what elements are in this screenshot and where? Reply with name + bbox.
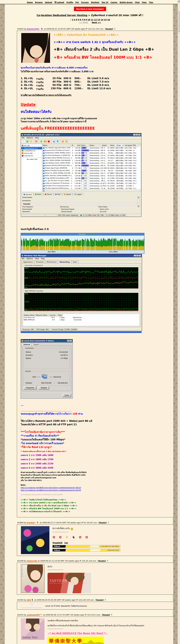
nav-link[interactable]: Home bbox=[27, 1, 33, 3]
filter-item[interactable]: Active (18) bbox=[21, 152, 42, 154]
page-number[interactable]: 12 bbox=[94, 18, 97, 21]
treadmill-link[interactable]: Treadmill bbox=[52, 542, 62, 544]
page-number[interactable]: 7 bbox=[82, 18, 83, 21]
torrent-row[interactable]: ↓All.About.Steve.DVDRip.XviD-Larc... 1..… bbox=[42, 157, 141, 159]
help-icon[interactable]: ? bbox=[67, 340, 70, 342]
horizontal-scrollbar[interactable]: ◄ bbox=[42, 190, 141, 192]
detail-tab[interactable]: Logger bbox=[73, 193, 84, 196]
torrent-row[interactable]: ↓Where.The.Wild.Things.Are.DVDS... 3 701… bbox=[42, 169, 141, 172]
col-peers[interactable]: Peers bbox=[107, 144, 115, 146]
nav-link[interactable]: Pet bbox=[76, 1, 79, 3]
page-scrollbar[interactable]: ▲ ▼ bbox=[178, 0, 180, 644]
adapter-row[interactable]: Local Area Con...78 %2 GbpsOperational bbox=[23, 316, 140, 319]
topic-link-2[interactable]: http://cz.podzone.net:88/forums.php?acti… bbox=[21, 489, 171, 492]
col-up[interactable]: Up Speed bbox=[124, 144, 132, 146]
nav-link[interactable]: Battle Arena bbox=[120, 1, 132, 3]
nav-link[interactable]: Forums bbox=[81, 1, 89, 3]
upvote-arrow-icon[interactable]: ⇧ bbox=[104, 598, 106, 601]
detail-scrollbar[interactable]: ▲▼ bbox=[138, 196, 140, 207]
detail-tab[interactable]: Speed bbox=[62, 193, 72, 196]
tab-general[interactable]: General bbox=[22, 343, 32, 346]
quote-link[interactable]: [Quote] bbox=[98, 560, 106, 562]
taskman-titlebar[interactable]: ▦ Windows Task Manager _□✕ bbox=[21, 254, 142, 257]
username-link[interactable]: suebsakul99 bbox=[27, 614, 40, 616]
page-number[interactable]: 5 bbox=[78, 18, 79, 21]
maximize-icon[interactable]: □ bbox=[136, 134, 138, 136]
torrent-row[interactable]: ↓G.I. Joe The Rise of Cobra (2009)... 1.… bbox=[42, 180, 141, 182]
menu-item[interactable]: Options bbox=[26, 137, 33, 139]
upvote-arrow-icon[interactable]: ⇧ bbox=[111, 614, 113, 616]
quote-link[interactable]: [Quote] bbox=[102, 614, 110, 616]
detail-tab[interactable]: Pieces bbox=[43, 193, 53, 196]
col-done[interactable]: Done bbox=[81, 144, 89, 146]
page-number[interactable]: 3 bbox=[74, 18, 75, 21]
upvote-arrow-icon[interactable]: ⇧ bbox=[114, 28, 116, 30]
create-torrent-icon[interactable]: ✦ bbox=[30, 140, 32, 143]
stop-icon[interactable]: ■ bbox=[48, 140, 50, 143]
torrent-row[interactable]: ↓Zombieland (2009) DVDRip XviD-MAX 5 1.4… bbox=[42, 152, 141, 154]
quote-link[interactable]: [Quote] bbox=[96, 599, 104, 601]
topic-link-1[interactable]: http://cz.podzone.net:88/forums.php?acti… bbox=[21, 486, 171, 489]
scroll-up-icon[interactable]: ▲ bbox=[178, 0, 180, 2]
col-num[interactable]: # bbox=[70, 144, 74, 146]
page-number[interactable]: 10 bbox=[88, 18, 90, 21]
page-number[interactable]: 1 bbox=[70, 18, 72, 21]
menu-item[interactable]: Options bbox=[26, 258, 33, 260]
ad-title-link[interactable]: ++BB++ ZyberHost By Foammy444 ++BB++ bbox=[54, 33, 172, 36]
taskman-tab[interactable]: Performance bbox=[45, 261, 58, 263]
torrent-row[interactable]: ↓The Twilight Saga New Moon 2009... 7 1.… bbox=[42, 146, 141, 149]
scroll-thumb[interactable] bbox=[178, 11, 180, 32]
upvote-arrow-icon[interactable]: ⇧ bbox=[106, 560, 108, 562]
torrent-row[interactable]: ↓The Final Destination 4 (2009) DV... 8 … bbox=[42, 154, 141, 157]
torrent-row[interactable]: ↓Celda.211.[Spanish].TS-Screener... 1...… bbox=[42, 182, 141, 184]
page-number[interactable]: 14 bbox=[101, 18, 103, 21]
username-link[interactable]: Vastorode bbox=[27, 560, 37, 562]
close-icon[interactable]: ✕ bbox=[138, 134, 140, 136]
torrent-row[interactable]: ↓Planet 51 (2009) DVDRip XviD-MA... 4 90… bbox=[42, 172, 141, 174]
menu-item[interactable]: File bbox=[22, 258, 24, 260]
next-link[interactable]: Next >> bbox=[92, 21, 101, 24]
menu-item[interactable]: View bbox=[35, 258, 39, 260]
torrent-row[interactable]: ↓American.Pie.The.Book.of.Love.D... 9 70… bbox=[42, 149, 141, 152]
lac-titlebar[interactable]: ⌁ Local Area Connection 4 Status ?✕ bbox=[21, 339, 72, 342]
utorrent-titlebar[interactable]: µ D:4381.2k U:1719.1k - µTorrent 1.6.1 _… bbox=[21, 133, 141, 136]
nav-link[interactable]: Faqs bbox=[142, 1, 147, 3]
start-icon[interactable]: ▶ bbox=[40, 140, 43, 143]
move-up-icon[interactable]: ▲ bbox=[52, 140, 56, 143]
page-number[interactable]: 6 bbox=[80, 18, 81, 21]
nav-link[interactable]: Top 10 bbox=[102, 1, 108, 3]
col-seeds[interactable]: Seeds bbox=[100, 144, 107, 146]
username-link[interactable]: brankal bbox=[27, 522, 34, 524]
torrent-row[interactable]: ↓Public Enemies (2009) DVDRip Xvi... 1..… bbox=[42, 174, 141, 177]
remove-icon[interactable]: ✕ bbox=[35, 140, 38, 143]
detail-tab[interactable]: Peers bbox=[34, 193, 43, 196]
new-messages-button[interactable]: You have 2 new messages! bbox=[74, 7, 106, 11]
taskman-tab[interactable]: Users bbox=[71, 261, 78, 263]
page-number[interactable]: 4 bbox=[76, 18, 77, 21]
adapter-row[interactable]: WAN (PPP/SLIP...3 %1 GbpsConnected bbox=[23, 319, 140, 321]
disable-button[interactable]: Disable bbox=[38, 386, 49, 390]
page-number[interactable]: 9 bbox=[86, 18, 87, 21]
nav-link[interactable]: Markets bbox=[91, 1, 99, 3]
col-name[interactable]: Name bbox=[42, 144, 70, 146]
col-down-sorted[interactable]: Down... ▾ bbox=[115, 144, 124, 146]
minimize-icon[interactable]: _ bbox=[133, 134, 136, 136]
torrent-row[interactable]: ↓The.Box.[Spanish].DVDScreener.... 1... … bbox=[42, 187, 141, 190]
properties-button[interactable]: Properties bbox=[24, 386, 36, 390]
torrent-row[interactable]: ↓Law Abiding Citizen (2009) DVDRi... 2 9… bbox=[42, 162, 141, 164]
tab-support[interactable]: Support bbox=[32, 343, 41, 346]
page-number[interactable]: 2 bbox=[72, 18, 74, 21]
page-number[interactable]: 8 bbox=[84, 18, 85, 21]
page-number[interactable]: 15 bbox=[104, 18, 106, 21]
col-size[interactable]: Size bbox=[74, 144, 81, 146]
filter-item[interactable]: All (18) bbox=[21, 144, 42, 147]
adapter-col-header[interactable]: Network Utiliza... bbox=[35, 314, 49, 316]
filter-item[interactable]: Downloading (17) bbox=[21, 147, 42, 150]
page-number[interactable]: 13 bbox=[97, 18, 100, 21]
close-icon[interactable]: ✕ bbox=[70, 340, 72, 342]
add-torrent-icon[interactable]: + bbox=[22, 140, 25, 143]
torrent-row[interactable]: ↓Eastwick.S01E10.HDTV.XviD-2HD.... 1... … bbox=[42, 164, 141, 167]
add-url-icon[interactable]: ◍ bbox=[26, 140, 29, 143]
nav-link[interactable]: Casino bbox=[110, 1, 118, 3]
filter-item[interactable]: Inactive (0) bbox=[21, 154, 42, 157]
